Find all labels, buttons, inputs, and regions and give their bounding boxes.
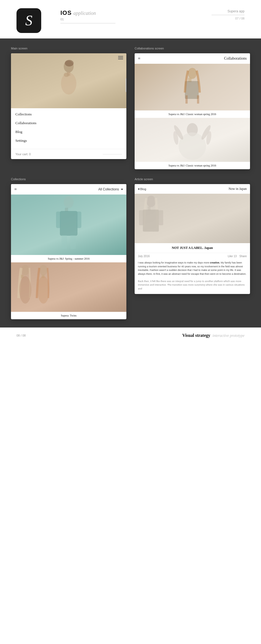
footer-page-number: 08 / 08 <box>16 334 26 337</box>
collab-person-silhouette-1 <box>177 65 207 109</box>
svg-point-5 <box>188 68 197 79</box>
collections-screen-block: Collections ≡ All Collections <box>11 177 126 319</box>
main-screen-label: Main screen <box>11 47 126 50</box>
back-chevron-icon <box>138 188 139 190</box>
collections-caption-1: Supera vs J&J: Spring - summer 2016 <box>11 255 126 262</box>
article-phone-header: Blog Now in Japan <box>135 184 250 194</box>
svg-rect-8 <box>185 95 188 104</box>
svg-point-23 <box>21 265 29 275</box>
collections-caption-2: Supera: Twins <box>11 312 126 319</box>
article-body: I was always looking for imaginative way… <box>135 259 250 294</box>
article-blog-title: Now in Japan <box>229 187 247 191</box>
header-right: Supera app 07 / 08 <box>212 8 245 20</box>
svg-point-25 <box>19 276 31 304</box>
collab-person-1 <box>135 64 250 110</box>
svg-rect-22 <box>70 235 76 249</box>
article-screen-block: Article screen Blog Now in Japan <box>135 177 250 294</box>
main-screen-block: Main screen <box>11 47 126 159</box>
collections-phone-header: ≡ All Collections <box>11 184 126 195</box>
main-phone-menu: Collections Collaborations Blog Settings <box>11 108 126 149</box>
chevron-down-icon <box>121 189 123 190</box>
menu-item-blog[interactable]: Blog <box>15 127 122 136</box>
article-like[interactable]: Like 13 <box>228 255 237 258</box>
collab-image-1 <box>135 64 250 110</box>
menu-line-3 <box>118 59 123 59</box>
svg-rect-31 <box>143 210 159 232</box>
article-person-figure <box>135 194 250 243</box>
footer-tagline: Visual strategy interactive prototype <box>182 333 245 338</box>
dark-section: Main screen <box>0 38 261 327</box>
collections-dropdown[interactable]: All Collections <box>98 187 123 191</box>
back-label: Blog <box>140 187 146 191</box>
collections-screen-label: Collections <box>11 177 126 181</box>
colls-person-silhouette-1 <box>52 195 85 254</box>
svg-rect-19 <box>56 212 61 228</box>
cart-divider <box>103 154 122 154</box>
svg-rect-9 <box>197 95 199 104</box>
article-phone-mockup: Blog Now in Japan <box>135 184 250 294</box>
collab-menu-icon[interactable]: ≡ <box>138 56 140 61</box>
collections-dropdown-label: All Collections <box>98 187 119 191</box>
svg-point-1 <box>65 60 74 66</box>
collab-person-2 <box>135 118 250 162</box>
collab-screen-block: Collaborations screen ≡ Collaborations <box>135 47 250 169</box>
header-divider <box>60 23 115 23</box>
app-name-label: Supera app <box>212 9 245 13</box>
article-heading: NOT JUST A LABEL. Japan <box>135 243 250 253</box>
article-body-bold: creative. <box>210 261 220 264</box>
menu-item-collaborations[interactable]: Collaborations <box>15 119 122 127</box>
collab-caption-2: Supera vs J&J: Classic woman spring 2016 <box>135 162 250 169</box>
article-screen-label: Article screen <box>135 177 250 181</box>
main-phone-mockup: Collections Collaborations Blog Settings… <box>11 53 126 159</box>
collab-title: Collaborations <box>224 56 247 61</box>
main-person-figure <box>11 53 126 108</box>
menu-line-1 <box>118 56 123 57</box>
collab-person-silhouette-2 <box>170 119 214 161</box>
article-body-text-1: I was always looking for imaginative way… <box>138 261 210 264</box>
article-person-silhouette <box>135 194 168 242</box>
article-share[interactable]: Share <box>239 255 247 258</box>
svg-point-4 <box>64 73 69 77</box>
svg-rect-33 <box>159 210 163 225</box>
article-hero-image <box>135 194 250 243</box>
svg-point-26 <box>39 265 48 275</box>
collab-phone-mockup: ≡ Collaborations <box>135 53 250 169</box>
header-right-divider <box>212 15 245 15</box>
menu-line-2 <box>118 57 123 58</box>
cart-row: Your cart: 0 <box>11 149 126 159</box>
menu-item-collections[interactable]: Collections <box>15 112 122 119</box>
collab-image-2 <box>135 118 250 162</box>
collections-phone-mockup: ≡ All Collections <box>11 184 126 319</box>
person-silhouette <box>55 59 82 103</box>
back-button[interactable]: Blog <box>138 187 146 191</box>
app-logo: S <box>16 8 41 33</box>
footer-visual-label: Visual strategy <box>182 333 210 338</box>
colls-person-silhouette-2 <box>11 262 58 310</box>
svg-rect-21 <box>62 235 67 249</box>
header-ios-label: IOS <box>60 9 72 16</box>
top-screens-row: Main screen <box>11 47 250 169</box>
collab-screen-label: Collaborations screen <box>135 47 250 50</box>
svg-point-16 <box>64 196 74 208</box>
svg-point-28 <box>37 276 49 304</box>
svg-point-29 <box>146 196 156 207</box>
article-body-text-3: Back then, it felt like there was an int… <box>138 280 245 290</box>
collab-caption-1: Supera vs J&J: Classic woman spring 2016 <box>135 110 250 118</box>
cart-label: Your cart: 0 <box>15 152 31 156</box>
article-date: July 2016 <box>138 255 150 258</box>
collections-menu-icon[interactable]: ≡ <box>14 187 17 192</box>
svg-rect-17 <box>65 208 68 212</box>
logo-letter: S <box>25 13 32 28</box>
footer-interactive-label: interactive prototype <box>213 334 245 338</box>
article-meta: July 2016 Like 13 Share <box>135 253 250 259</box>
menu-item-settings[interactable]: Settings <box>15 136 122 145</box>
scroll-indicator <box>126 78 126 92</box>
page-number: 07 / 08 <box>212 17 245 20</box>
bottom-screens-row: Collections ≡ All Collections <box>11 177 250 319</box>
svg-rect-32 <box>139 210 143 225</box>
main-menu-icon[interactable] <box>118 56 123 59</box>
collections-image-2 <box>11 262 126 312</box>
collections-person-2 <box>11 262 126 312</box>
collab-phone-header: ≡ Collaborations <box>135 53 250 64</box>
header-center: IOS application 01 <box>41 8 212 23</box>
